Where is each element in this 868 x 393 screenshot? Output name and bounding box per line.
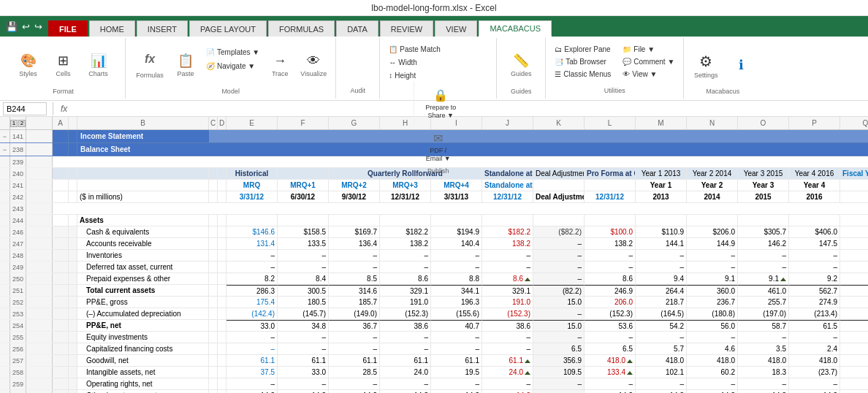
data-cell[interactable]: 9.1 [687, 273, 738, 284]
cell[interactable] [789, 215, 840, 226]
data-cell[interactable]: 9.1 [738, 273, 789, 284]
data-cell[interactable]: 8.8 [431, 273, 482, 284]
data-cell[interactable]: $182.2 [380, 226, 431, 237]
explorer-pane-button[interactable]: 🗂Explorer Pane [552, 44, 614, 55]
data-cell[interactable]: 300.5 [278, 285, 329, 296]
data-cell[interactable]: $100.0 [585, 226, 636, 237]
classic-menus-button[interactable]: ☰Classic Menus [552, 69, 614, 80]
redo-icon[interactable]: ↪ [34, 21, 42, 32]
name-box[interactable] [3, 102, 47, 115]
cell[interactable]: Historical [226, 168, 278, 179]
data-cell[interactable]: 64.4 [840, 320, 868, 331]
visualize-button[interactable]: 👁 Visualize [297, 44, 330, 88]
data-cell[interactable]: (145.7) [278, 308, 329, 319]
data-cell[interactable]: – [687, 250, 738, 261]
data-cell[interactable]: 9.3 [840, 273, 868, 284]
data-cell[interactable]: 461.0 [738, 285, 789, 296]
cell[interactable]: MRQ+4 [431, 180, 482, 191]
data-cell[interactable]: – [380, 332, 431, 343]
cell[interactable]: Year 5 [840, 180, 868, 191]
data-cell[interactable]: 38.6 [380, 320, 431, 331]
data-cell[interactable]: 314.6 [329, 285, 380, 296]
trace-button[interactable]: → Trace [265, 44, 294, 88]
data-cell[interactable]: 206.0 [585, 297, 636, 308]
data-cell[interactable]: (213.4) [789, 308, 840, 319]
tab-macabacus[interactable]: MACABACUS [479, 20, 552, 37]
data-cell[interactable]: 144.9 [687, 238, 738, 249]
data-cell[interactable]: – [278, 262, 329, 272]
data-cell[interactable]: – [533, 332, 585, 343]
data-cell[interactable]: 147.5 [789, 238, 840, 249]
data-cell[interactable]: (142.4) [226, 308, 278, 319]
cell[interactable]: MRQ+1 [278, 180, 329, 191]
data-cell[interactable]: 133.5 [278, 238, 329, 249]
tab-file[interactable]: FILE [48, 20, 88, 37]
data-cell[interactable]: – [226, 378, 278, 389]
data-cell[interactable]: 246.9 [585, 285, 636, 296]
data-cell[interactable]: (229.9) [840, 308, 868, 319]
cell[interactable] [218, 215, 226, 226]
cell[interactable]: Year 2 2014 [687, 168, 738, 179]
data-cell[interactable]: 61.1 [380, 355, 431, 366]
cell[interactable]: 9/30/12 [329, 191, 380, 202]
cell[interactable]: Year 1 2013 [636, 168, 687, 179]
data-cell[interactable]: 3.5 [738, 343, 789, 354]
data-cell[interactable]: (66.0) [840, 367, 868, 378]
data-cell[interactable]: – [482, 250, 533, 261]
data-cell[interactable]: 8.6 [380, 273, 431, 284]
data-cell[interactable]: (23.7) [789, 367, 840, 378]
data-cell[interactable]: – [380, 250, 431, 261]
data-cell[interactable]: 138.2 [380, 238, 431, 249]
data-cell[interactable]: 360.0 [687, 285, 738, 296]
cell[interactable]: MRQ+2 [329, 180, 380, 191]
data-cell[interactable]: – [278, 250, 329, 261]
data-cell[interactable]: (82.2) [533, 285, 585, 296]
cell[interactable]: 2014 [687, 191, 738, 202]
data-cell[interactable]: $110.9 [636, 226, 687, 237]
cell[interactable] [69, 191, 77, 202]
cell[interactable]: Assets [77, 215, 209, 226]
data-cell[interactable]: 34.8 [278, 320, 329, 331]
data-cell[interactable]: 5.7 [636, 343, 687, 354]
data-cell[interactable]: $169.7 [329, 226, 380, 237]
tab-page-layout[interactable]: PAGE LAYOUT [189, 20, 267, 37]
outline-2[interactable]: 2 [18, 120, 26, 127]
data-cell[interactable]: 191.0 [380, 297, 431, 308]
data-cell[interactable]: $206.0 [687, 226, 738, 237]
cell[interactable]: Year 3 2015 [738, 168, 789, 179]
data-cell[interactable]: – [380, 262, 431, 272]
cell[interactable] [329, 215, 380, 226]
data-cell[interactable]: 148.8 [840, 238, 868, 249]
tab-data[interactable]: DATA [336, 20, 378, 37]
data-cell[interactable]: 19.5 [431, 367, 482, 378]
styles-button[interactable]: 🎨 Styles [12, 44, 45, 88]
data-cell[interactable]: 61.1 [329, 355, 380, 366]
data-cell[interactable]: 18.3 [738, 367, 789, 378]
cell[interactable]: Year 1 [636, 180, 687, 191]
data-cell[interactable]: – [687, 332, 738, 343]
data-cell[interactable]: – [431, 332, 482, 343]
data-cell[interactable]: 14.3 [329, 390, 380, 393]
data-cell[interactable]: 102.1 [636, 367, 687, 378]
data-cell[interactable]: 14.3 [226, 390, 278, 393]
cell[interactable] [77, 180, 209, 191]
data-cell[interactable]: 14.3 [789, 390, 840, 393]
data-cell[interactable]: (155.6) [431, 308, 482, 319]
cell[interactable] [218, 168, 226, 179]
data-cell[interactable]: 196.3 [431, 297, 482, 308]
width-button[interactable]: ↔Width [386, 57, 420, 68]
data-cell[interactable]: 9.4 [636, 273, 687, 284]
data-cell[interactable]: 356.9 [533, 355, 585, 366]
cell[interactable]: 12/31/12 [380, 191, 431, 202]
cell[interactable]: ($ in millions) [77, 191, 209, 202]
cell[interactable]: Deal Adjustments [533, 168, 585, 179]
data-cell[interactable]: 329.1 [482, 285, 533, 296]
data-cell[interactable]: – [380, 343, 431, 354]
cell[interactable] [687, 215, 738, 226]
cell[interactable]: 12/31/12 [482, 191, 533, 202]
data-cell[interactable]: 61.1 [482, 355, 533, 366]
data-cell[interactable]: 562.7 [789, 285, 840, 296]
data-cell[interactable]: – [840, 262, 868, 272]
data-cell[interactable]: – [278, 378, 329, 389]
data-cell[interactable]: 274.9 [789, 297, 840, 308]
